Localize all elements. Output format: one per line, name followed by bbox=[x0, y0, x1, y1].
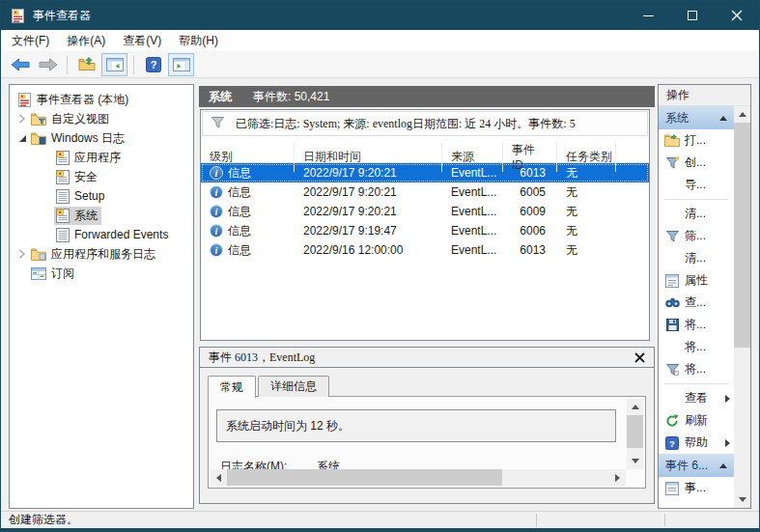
save-icon bbox=[663, 319, 681, 331]
action-help[interactable]: ? 帮助 bbox=[659, 432, 734, 454]
scroll-right-button[interactable] bbox=[609, 469, 626, 486]
cell-source: EventL... bbox=[442, 205, 503, 218]
menu-action[interactable]: 操作(A) bbox=[58, 30, 114, 51]
tree-item-label: 系统 bbox=[74, 208, 98, 224]
menu-file[interactable]: 文件(F) bbox=[3, 30, 58, 51]
table-row[interactable]: i信息 2022/9/16 12:00:00 EventL... 6013 无 bbox=[201, 240, 649, 260]
action-create-custom-view[interactable]: 创... bbox=[659, 152, 734, 174]
tree-item-setup[interactable]: Setup bbox=[10, 186, 193, 206]
scroll-down-button[interactable] bbox=[627, 453, 643, 469]
cell-level: 信息 bbox=[228, 184, 251, 201]
chevron-collapsed-icon[interactable] bbox=[15, 114, 29, 124]
help-button[interactable]: ? bbox=[140, 53, 166, 76]
table-row[interactable]: i信息 2022/9/17 9:20:21 EventL... 6005 无 bbox=[201, 182, 649, 202]
horizontal-scroll-track[interactable] bbox=[227, 469, 609, 486]
action-label: 事... bbox=[685, 480, 706, 496]
up-folder-button[interactable] bbox=[73, 53, 99, 76]
forward-button[interactable] bbox=[35, 53, 61, 76]
cell-level: 信息 bbox=[228, 165, 251, 182]
scroll-down-button[interactable] bbox=[734, 491, 750, 508]
action-import-custom-view[interactable]: 导... bbox=[659, 174, 734, 196]
cell-category: 无 bbox=[557, 184, 616, 201]
up-arrow-icon bbox=[739, 112, 746, 117]
toggle-console-tree-button[interactable] bbox=[101, 53, 127, 76]
toolbar: ? bbox=[1, 51, 759, 78]
forward-icon bbox=[39, 58, 58, 71]
action-refresh[interactable]: 刷新 bbox=[659, 409, 734, 432]
scroll-left-button[interactable] bbox=[211, 469, 227, 486]
action-save-filter-to-custom-view[interactable]: 将... bbox=[659, 358, 734, 380]
log-badge-icon bbox=[56, 209, 70, 223]
cell-event-id: 6013 bbox=[503, 166, 557, 180]
toggle-action-pane-button[interactable] bbox=[168, 53, 194, 76]
actions-separator bbox=[664, 199, 728, 200]
actions-separator bbox=[664, 383, 728, 384]
event-list: 已筛选:日志: System; 来源: eventlog日期范围: 近 24 小… bbox=[200, 109, 650, 341]
tree-item-apps-services-logs[interactable]: 应用程序和服务日志 bbox=[10, 244, 193, 264]
preview-close-button[interactable] bbox=[634, 352, 645, 363]
tree-item-system[interactable]: 系统 bbox=[10, 206, 193, 225]
log-badge-icon bbox=[56, 170, 70, 184]
cell-level: 信息 bbox=[228, 242, 251, 259]
back-button[interactable] bbox=[7, 53, 33, 76]
funnel-icon bbox=[663, 230, 681, 242]
cell-category: 无 bbox=[557, 223, 616, 239]
action-view[interactable]: 查看 bbox=[659, 387, 734, 409]
chevron-expanded-icon[interactable] bbox=[15, 134, 29, 143]
action-clear-filter[interactable]: 清... bbox=[659, 247, 734, 269]
tree-item-windows-logs[interactable]: Windows 日志 bbox=[10, 128, 193, 148]
action-event-properties[interactable]: 事... bbox=[659, 477, 734, 499]
menu-view[interactable]: 查看(V) bbox=[114, 30, 170, 51]
subscriptions-icon bbox=[31, 267, 46, 280]
minimize-icon bbox=[643, 15, 654, 16]
event-viewer-icon bbox=[17, 93, 32, 107]
cell-datetime: 2022/9/17 9:19:47 bbox=[295, 224, 442, 238]
section-header-event[interactable]: 事件 6... bbox=[659, 454, 734, 477]
section-header-system[interactable]: 系统 bbox=[659, 106, 734, 129]
tree-item-custom-views[interactable]: 自定义视图 bbox=[10, 109, 193, 128]
action-find[interactable]: 查... bbox=[659, 292, 734, 314]
chevron-collapsed-icon[interactable] bbox=[15, 249, 29, 259]
actions-scrollbar[interactable] bbox=[734, 106, 750, 508]
cell-event-id: 6005 bbox=[503, 185, 557, 199]
tab-general[interactable]: 常规 bbox=[208, 376, 256, 398]
horizontal-scrollbar[interactable] bbox=[211, 469, 626, 486]
tab-details[interactable]: 详细信息 bbox=[258, 376, 329, 397]
vertical-scroll-thumb[interactable] bbox=[627, 415, 643, 448]
title-bar: 事件查看器 bbox=[1, 1, 759, 30]
action-properties[interactable]: 属性 bbox=[659, 269, 734, 292]
cell-datetime: 2022/9/16 12:00:00 bbox=[295, 243, 442, 257]
scroll-up-button[interactable] bbox=[734, 106, 750, 123]
table-row[interactable]: i信息 2022/9/17 9:19:47 EventL... 6006 无 bbox=[201, 221, 649, 240]
vertical-scrollbar[interactable] bbox=[627, 399, 643, 469]
submenu-arrow-icon bbox=[725, 439, 730, 447]
tree-item-subscriptions[interactable]: 订阅 bbox=[10, 264, 193, 283]
preview-tabs: 常规 详细信息 bbox=[208, 376, 646, 397]
tree-item-root[interactable]: 事件查看器 (本地) bbox=[10, 90, 193, 109]
action-attach-task[interactable]: 将... bbox=[659, 336, 734, 358]
minimize-button[interactable] bbox=[626, 1, 670, 30]
action-label: 将... bbox=[685, 361, 706, 378]
action-save-filtered-log[interactable]: 将... bbox=[659, 314, 734, 336]
action-label: 属性 bbox=[685, 272, 708, 289]
horizontal-scroll-thumb[interactable] bbox=[227, 469, 502, 486]
scroll-up-button[interactable] bbox=[627, 399, 643, 415]
table-row[interactable]: i信息 2022/9/17 9:20:21 EventL... 6009 无 bbox=[201, 202, 649, 221]
close-button[interactable] bbox=[715, 1, 759, 30]
action-open-saved-log[interactable]: 打... bbox=[659, 129, 734, 152]
action-filter-current-log[interactable]: 筛... bbox=[659, 225, 734, 247]
preview-tab-content: 系统启动时间为 12 秒。 日志名称(M): 系统 bbox=[208, 396, 646, 489]
menu-help[interactable]: 帮助(H) bbox=[170, 30, 227, 51]
action-clear-log[interactable]: 清... bbox=[659, 203, 734, 225]
column-headers: 级别 日期和时间 来源 事件 ID 任务类别 bbox=[201, 142, 649, 163]
filter-banner[interactable]: 已筛选:日志: System; 来源: eventlog日期范围: 近 24 小… bbox=[202, 111, 648, 136]
scroll-thumb[interactable] bbox=[734, 123, 750, 348]
tree-item-security[interactable]: 安全 bbox=[10, 167, 193, 186]
section-label: 事件 6... bbox=[665, 458, 708, 474]
table-row[interactable]: i信息 2022/9/17 9:20:21 EventL... 6013 无 bbox=[201, 163, 649, 182]
tree-item-application[interactable]: 应用程序 bbox=[10, 148, 193, 167]
maximize-button[interactable] bbox=[670, 1, 715, 30]
action-label: 导... bbox=[685, 177, 706, 193]
tree-item-forwarded-events[interactable]: Forwarded Events bbox=[10, 225, 193, 244]
event-message-text: 系统启动时间为 12 秒。 bbox=[226, 418, 350, 434]
